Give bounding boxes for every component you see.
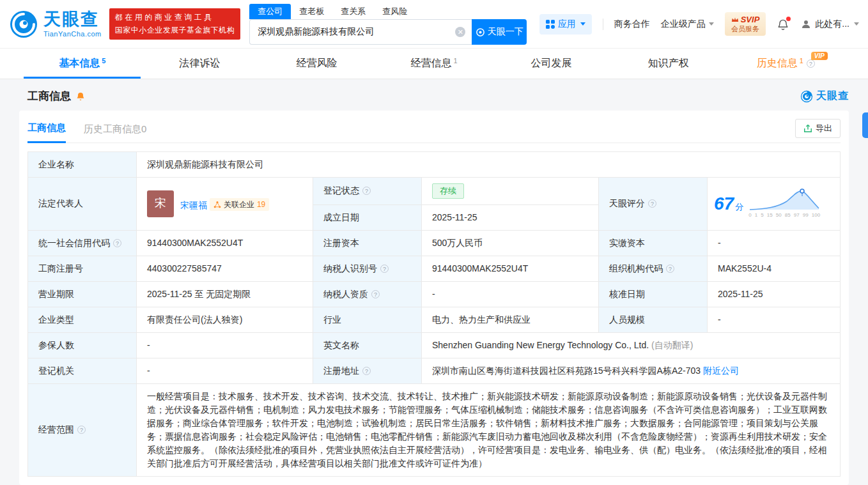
search-button[interactable]: 天眼一下 (472, 19, 527, 45)
search-tab-risk[interactable]: 查风险 (374, 4, 415, 19)
chevron-down-icon (709, 22, 714, 26)
table-row: 营业期限 2025-11-25 至 无固定期限 纳税人资质 - 核准日期 202… (28, 281, 841, 307)
tab-basic-info[interactable]: 基本信息5 (24, 49, 141, 79)
label-unified-social-credit-code: 统一社会信用代码 (28, 230, 137, 256)
value-business-term: 2025-11-25 至 无固定期限 (137, 281, 313, 307)
help-icon[interactable] (807, 59, 815, 68)
value-registered-address: 深圳市南山区粤海街道科技园社区科苑路15号科兴科学园A栋A2-703 附近公司 (422, 358, 841, 383)
export-button[interactable]: 导出 (795, 119, 841, 138)
value-organization-code: MAK2552U-4 (708, 256, 841, 281)
monitor-bell-icon[interactable] (75, 91, 86, 102)
notification-bell[interactable] (777, 18, 789, 31)
export-icon (803, 124, 812, 133)
search-area: 查公司 查老板 查关系 查风险 ✕ 天眼一下 (249, 3, 527, 45)
legal-rep-name-link[interactable]: 宋疆福 (180, 200, 207, 210)
score-value[interactable]: 67分 (714, 190, 743, 217)
help-icon[interactable] (380, 265, 389, 273)
business-info-card: 工商信息 历史工商信息0 导出 企业名称 深圳观鼎新能源科技有限公司 法定代表人 (19, 111, 849, 485)
table-row: 工商注册号 440300227585747 纳税人识别号 91440300MAK… (28, 256, 841, 281)
search-tab-company[interactable]: 查公司 (249, 4, 291, 19)
business-info-table: 企业名称 深圳观鼎新能源科技有限公司 法定代表人 宋 宋疆福 (27, 151, 841, 477)
tab-historical-info[interactable]: 历史信息1 VIP (727, 49, 844, 79)
tab-legal-proceedings[interactable]: 法律诉讼 (141, 49, 258, 79)
help-icon[interactable] (362, 187, 371, 195)
label-registered-capital: 注册资本 (313, 230, 422, 256)
primary-nav: 基本信息5 法律诉讼 经营风险 经营信息1 公司发展 知识产权 历史信息1 VI… (0, 49, 868, 79)
value-english-name: Shenzhen Guanding New Energy Technology … (422, 332, 841, 358)
label-business-term: 营业期限 (28, 281, 137, 307)
label-registration-status: 登记状态 (313, 178, 422, 205)
table-row: 统一社会信用代码 91440300MAK2552U4T 注册资本 500万人民币… (28, 230, 841, 256)
help-icon[interactable] (648, 199, 656, 208)
value-registration-status: 存续 (422, 178, 599, 205)
value-approval-date: 2025-11-25 (708, 281, 841, 307)
search-tab-relation[interactable]: 查关系 (332, 4, 374, 19)
value-insured-count: - (137, 332, 313, 358)
label-business-registration-number: 工商注册号 (28, 256, 137, 281)
business-cooperation-link[interactable]: 商务合作 (614, 19, 650, 30)
brand-slogan-badge: 都在用的商业查询工具 国家中小企业发展子基金旗下机构 (109, 8, 241, 39)
label-english-name: 英文名称 (313, 332, 422, 358)
user-account[interactable]: 此处有... (800, 19, 859, 30)
value-taxpayer-id: 91440300MAK2552U4T (422, 256, 599, 281)
tianyancha-logo-icon (9, 10, 38, 39)
value-business-scope: 一般经营项目是：技术服务、技术开发、技术咨询、技术交流、技术转让、技术推广；新兴… (137, 383, 841, 476)
value-legal-representative: 宋 宋疆福 关联企业 19 (137, 178, 313, 231)
label-tianyan-score: 天眼评分 (599, 178, 708, 231)
label-establishment-date: 成立日期 (313, 204, 422, 230)
table-row: 登记机关 - 注册地址 深圳市南山区粤海街道科技园社区科苑路15号科兴科学园A栋… (28, 358, 841, 383)
subtab-business-info[interactable]: 工商信息 (27, 122, 66, 143)
tab-business-info[interactable]: 经营信息1 (375, 49, 492, 79)
tab-company-development[interactable]: 公司发展 (493, 49, 610, 79)
top-header: 天眼查 TianYanCha.com 都在用的商业查询工具 国家中小企业发展子基… (0, 0, 868, 49)
slogan-line1: 都在用的商业查询工具 (115, 12, 235, 24)
label-taxpayer-id: 纳税人识别号 (313, 256, 422, 281)
label-insured-count: 参保人数 (28, 332, 137, 358)
table-row: 企业类型 有限责任公司(法人独资) 行业 电力、热力生产和供应业 人员规模 - (28, 307, 841, 332)
tianyancha-logo[interactable]: 天眼查 TianYanCha.com (9, 10, 102, 39)
crown-icon (731, 17, 739, 23)
related-companies-badge[interactable]: 关联企业 19 (210, 198, 269, 211)
value-paid-in-capital: - (708, 230, 841, 256)
score-curve-icon (748, 188, 820, 211)
side-float-widget[interactable] (862, 112, 868, 138)
label-organization-code: 组织机构代码 (599, 256, 708, 281)
table-row: 企业名称 深圳观鼎新能源科技有限公司 (28, 152, 841, 178)
score-chart[interactable]: 015 155085 9799100 (748, 188, 820, 219)
legal-rep-avatar[interactable]: 宋 (147, 190, 174, 217)
tab-operational-risk[interactable]: 经营风险 (258, 49, 375, 79)
svip-membership-button[interactable]: SVIP 会员服务 (725, 12, 766, 36)
help-icon[interactable] (113, 239, 121, 247)
label-company-type: 企业类型 (28, 307, 137, 332)
help-icon[interactable] (666, 265, 674, 273)
search-tab-boss[interactable]: 查老板 (291, 4, 332, 19)
section-header: 工商信息 天眼查 (27, 89, 849, 104)
status-badge[interactable]: 存续 (432, 183, 464, 199)
label-paid-in-capital: 实缴资本 (599, 230, 708, 256)
divider (603, 19, 603, 30)
value-business-registration-number: 440300227585747 (137, 256, 313, 281)
value-establishment-date: 2025-11-25 (422, 204, 599, 230)
apps-menu[interactable]: 应用 (539, 14, 592, 35)
network-icon (213, 201, 221, 208)
value-unified-social-credit-code: 91440300MAK2552U4T (137, 230, 313, 256)
tab-intellectual-property[interactable]: 知识产权 (610, 49, 727, 79)
label-approval-date: 核准日期 (599, 281, 708, 307)
help-icon[interactable] (77, 426, 86, 434)
value-company-name: 深圳观鼎新能源科技有限公司 (137, 152, 841, 178)
enterprise-products-menu[interactable]: 企业级产品 (661, 19, 714, 30)
subtab-history-business-info[interactable]: 历史工商信息0 (84, 123, 146, 142)
value-registration-authority: - (137, 358, 313, 383)
help-icon[interactable] (371, 290, 380, 298)
help-icon[interactable] (362, 367, 371, 375)
label-registration-authority: 登记机关 (28, 358, 137, 383)
user-avatar-icon (800, 19, 812, 30)
main-content: 工商信息 天眼查 工商信息 历史工商信息0 导出 (0, 79, 868, 485)
value-taxpayer-qualification: - (422, 281, 599, 307)
brand-domain: TianYanCha.com (43, 30, 102, 38)
table-row: 经营范围 一般经营项目是：技术服务、技术开发、技术咨询、技术交流、技术转让、技术… (28, 383, 841, 476)
nearby-companies-link[interactable]: 附近公司 (703, 366, 739, 376)
card-tabs: 工商信息 历史工商信息0 导出 (27, 111, 841, 143)
chevron-down-icon (854, 22, 859, 26)
search-input[interactable] (249, 19, 472, 45)
